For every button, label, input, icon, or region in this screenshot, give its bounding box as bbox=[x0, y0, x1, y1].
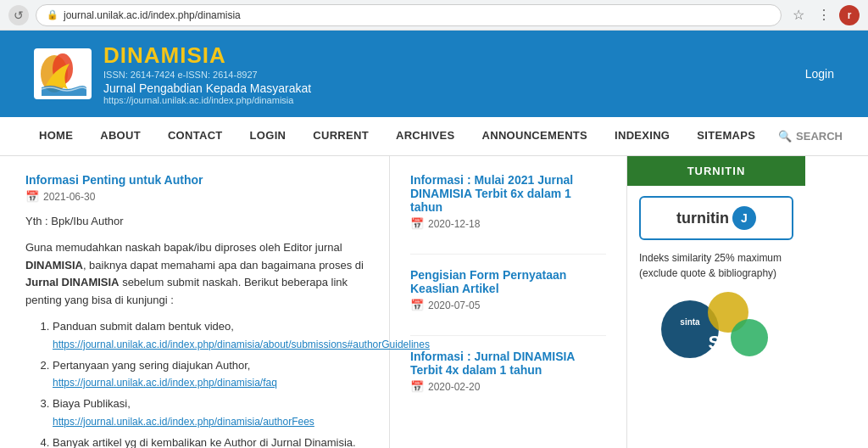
main-container: Informasi Penting untuk Author 📅 2021-06… bbox=[0, 156, 868, 448]
nav-sitemaps[interactable]: SITEMAPS bbox=[683, 117, 769, 155]
site-header: DINAMISIA ISSN: 2614-7424 e-ISSN: 2614-8… bbox=[0, 31, 868, 117]
nav-home[interactable]: HOME bbox=[25, 117, 86, 155]
url-text: journal.unilak.ac.id/index.php/dinamisia bbox=[64, 9, 241, 21]
nav-login[interactable]: LOGIN bbox=[236, 117, 300, 155]
sidebar-article-3-date: 📅 2020-02-20 bbox=[410, 380, 606, 393]
nav-search[interactable]: 🔍 SEARCH bbox=[778, 130, 843, 143]
nav-current[interactable]: CURRENT bbox=[299, 117, 382, 155]
nav-contact[interactable]: CONTACT bbox=[154, 117, 236, 155]
browser-chrome: ↺ 🔒 journal.unilak.ac.id/index.php/dinam… bbox=[0, 0, 868, 31]
turnitin-logo-box[interactable]: turnitin J bbox=[639, 196, 793, 240]
menu-button[interactable]: ⋮ bbox=[814, 5, 834, 25]
list-item-4: Banyak artikel yg di kembalikan ke Autho… bbox=[53, 434, 364, 448]
calendar-icon-2: 📅 bbox=[410, 299, 424, 311]
body-paragraph: Guna memudahkan naskah bapak/ibu diprose… bbox=[25, 239, 364, 310]
list-link-2[interactable]: https://journal.unilak.ac.id/index.php/d… bbox=[53, 377, 277, 389]
list-item-3: Biaya Publikasi, https://journal.unilak.… bbox=[53, 395, 364, 431]
content-center: Informasi : Mulai 2021 Jurnal DINAMISIA … bbox=[390, 156, 627, 448]
nav-indexing[interactable]: INDEXING bbox=[601, 117, 683, 155]
site-url: https://journal.unilak.ac.id/index.php/d… bbox=[103, 95, 311, 105]
turnitin-logo-icon: J bbox=[732, 206, 756, 230]
list-link-3[interactable]: https://journal.unilak.ac.id/index.php/d… bbox=[53, 416, 314, 428]
sidebar-article-1-title[interactable]: Informasi : Mulai 2021 Jurnal DINAMISIA … bbox=[410, 173, 606, 214]
turnitin-header: TURNITIN bbox=[627, 156, 805, 186]
sidebar-article-2-title[interactable]: Pengisian Form Pernyataan Keaslian Artik… bbox=[410, 268, 606, 295]
search-icon: 🔍 bbox=[778, 130, 792, 143]
sidebar-article-2-date: 📅 2020-07-05 bbox=[410, 299, 606, 311]
list-item-2: Pertanyaan yang sering diajukan Author, … bbox=[53, 357, 364, 393]
main-article-title[interactable]: Informasi Penting untuk Author bbox=[25, 173, 364, 187]
nav-archives[interactable]: ARCHIVES bbox=[382, 117, 469, 155]
svg-text:S4: S4 bbox=[709, 332, 732, 353]
svg-point-5 bbox=[731, 319, 768, 356]
main-article-date: 📅 2021-06-30 bbox=[25, 190, 364, 203]
sidebar-article-1: Informasi : Mulai 2021 Jurnal DINAMISIA … bbox=[410, 173, 606, 255]
logo-image bbox=[34, 48, 92, 99]
content-left: Informasi Penting untuk Author 📅 2021-06… bbox=[0, 156, 390, 448]
star-button[interactable]: ☆ bbox=[788, 5, 809, 25]
list-link-1[interactable]: https://journal.unilak.ac.id/index.php/d… bbox=[53, 339, 430, 350]
right-sidebar: TURNITIN turnitin J Indeks similarity 25… bbox=[627, 156, 805, 448]
sidebar-article-3: Informasi : Jurnal DINAMISIA Terbit 4x d… bbox=[410, 350, 606, 417]
sidebar-article-2: Pengisian Form Pernyataan Keaslian Artik… bbox=[410, 268, 606, 336]
calendar-icon: 📅 bbox=[25, 190, 39, 203]
greeting: Yth : Bpk/Ibu Author bbox=[25, 213, 364, 231]
lock-icon: 🔒 bbox=[47, 9, 58, 20]
nav-about[interactable]: ABOUT bbox=[86, 117, 154, 155]
body1-bold2: Jurnal DINAMISIA bbox=[25, 276, 120, 288]
body1-cont: , baiknya dapat memahami apa dan bagaima… bbox=[83, 259, 364, 272]
calendar-icon-3: 📅 bbox=[410, 380, 424, 393]
main-article-date-text: 2021-06-30 bbox=[43, 191, 95, 203]
calendar-icon-1: 📅 bbox=[410, 217, 424, 230]
site-title: DINAMISIA bbox=[103, 42, 311, 69]
body1-text: Guna memudahkan naskah bapak/ibu diprose… bbox=[25, 241, 342, 254]
navbar: HOME ABOUT CONTACT LOGIN CURRENT ARCHIVE… bbox=[0, 117, 868, 156]
login-link[interactable]: Login bbox=[805, 67, 834, 81]
user-avatar[interactable]: r bbox=[839, 5, 860, 25]
header-left: DINAMISIA ISSN: 2614-7424 e-ISSN: 2614-8… bbox=[34, 42, 311, 105]
sidebar-article-1-date: 📅 2020-12-18 bbox=[410, 217, 606, 230]
url-bar[interactable]: 🔒 journal.unilak.ac.id/index.php/dinamis… bbox=[36, 4, 782, 26]
list-item-1: Panduan submit dalam bentuk video, https… bbox=[53, 318, 364, 354]
header-text: DINAMISIA ISSN: 2614-7424 e-ISSN: 2614-8… bbox=[103, 42, 311, 105]
sinta-box: sinta S4 bbox=[639, 291, 793, 359]
turnitin-description: Indeks similarity 25% maximum (exclude q… bbox=[627, 250, 805, 281]
nav-announcements[interactable]: ANNOUNCEMENTS bbox=[469, 117, 602, 155]
site-subtitle: Jurnal Pengabdian Kepada Masyarakat bbox=[103, 81, 311, 95]
turnitin-logo-text: turnitin bbox=[676, 210, 729, 227]
body1-bold: DINAMISIA bbox=[25, 259, 83, 272]
svg-text:sinta: sinta bbox=[680, 317, 700, 327]
back-button[interactable]: ↺ bbox=[8, 5, 29, 25]
site-issn: ISSN: 2614-7424 e-ISSN: 2614-8927 bbox=[103, 70, 311, 80]
search-label: SEARCH bbox=[796, 130, 843, 143]
sidebar-article-3-title[interactable]: Informasi : Jurnal DINAMISIA Terbit 4x d… bbox=[410, 350, 606, 377]
browser-actions: ☆ ⋮ r bbox=[788, 5, 860, 25]
